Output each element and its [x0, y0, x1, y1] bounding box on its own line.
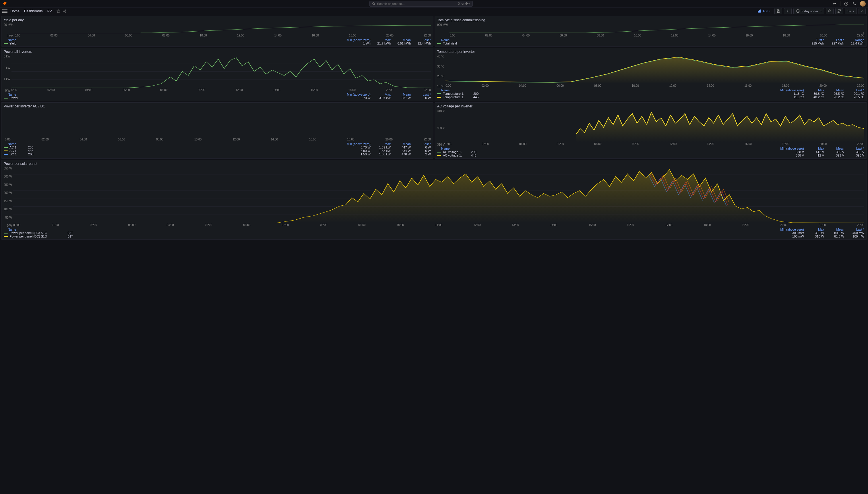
panels-grid: Yield per day 20 kWh0 Wh 0:0002:0004:000…: [0, 15, 868, 241]
zoom-out-button[interactable]: [826, 8, 833, 14]
help-icon[interactable]: [844, 1, 848, 6]
y-axis: 350 W300 W250 W200 W150 W100 W50 W0 W: [4, 167, 13, 227]
breadcrumb-current[interactable]: PV: [47, 9, 52, 13]
topbar: Search or jump to... ⌘ cmd+k +▾: [0, 0, 868, 7]
news-icon[interactable]: [852, 1, 856, 6]
svg-line-1: [374, 4, 375, 5]
panel-power-all-inverters: Power all inverters 3 kW2 kW1 kW0 W 0:00…: [1, 48, 433, 101]
search-placeholder: Search or jump to...: [377, 2, 405, 5]
panel-title[interactable]: AC voltage per inverter: [437, 104, 864, 108]
legend-row[interactable]: Power per panel (DC) S1D01T 100 mW310 W8…: [4, 235, 864, 238]
legend: Name Min (above zero) Max Mean Last * AC…: [4, 142, 431, 156]
legend: Name Min (above zero) Max Mean Last * Yi…: [4, 38, 431, 45]
legend-row[interactable]: Yield 1 Wh 21.7 kWh 6.51 kWh 12.4 kWh: [4, 42, 431, 45]
svg-point-17: [787, 11, 788, 12]
refresh-button[interactable]: [835, 8, 843, 14]
panel-title[interactable]: Power per inverter AC / DC: [4, 104, 431, 108]
svg-rect-14: [758, 11, 758, 12]
breadcrumb-dashboards[interactable]: Dashboards: [24, 9, 43, 13]
y-axis: 40 °C30 °C20 °C10 °C: [437, 55, 446, 88]
time-range-button[interactable]: Today so far ▾: [793, 8, 824, 14]
panel-title[interactable]: Power per solar panel: [4, 162, 864, 166]
x-axis: 0:0002:0004:0006:0008:0010:0012:0014:001…: [450, 33, 864, 38]
add-button[interactable]: Add ▾: [755, 8, 773, 14]
panel-power-per-inverter: Power per inverter AC / DC 0:0002:0004:0…: [1, 102, 433, 158]
y-axis: 410 V400 V390 V: [437, 110, 446, 146]
refresh-interval-button[interactable]: 5s ▾: [845, 8, 857, 14]
panel-yield-per-day: Yield per day 20 kWh0 Wh 0:0002:0004:000…: [1, 16, 433, 46]
search-icon: [372, 2, 375, 5]
plot-area[interactable]: [15, 23, 431, 33]
breadcrumb-home[interactable]: Home: [10, 9, 20, 13]
legend-row[interactable]: Temperature 1.445 11.9 °C 40.2 °C 26.2 °…: [437, 95, 864, 99]
panel-power-per-solar-panel: Power per solar panel 350 W300 W250 W200…: [1, 160, 867, 240]
svg-rect-15: [759, 10, 760, 12]
x-axis: 0:0002:0004:0006:0008:0010:0012:0014:001…: [12, 88, 431, 92]
panel-title[interactable]: Temperature per inverter: [437, 50, 864, 54]
legend: Name Min (above zero) Max Mean Last * Po…: [4, 228, 864, 238]
breadcrumb: Home › Dashboards › PV: [10, 9, 67, 14]
collapse-button[interactable]: [859, 8, 866, 14]
legend-row[interactable]: AC voltage 1.200 388 V412 V399 V395 V: [437, 150, 864, 154]
kbd-hint: ⌘ cmd+k: [458, 2, 470, 5]
legend-row[interactable]: AC voltage 1.445 388 V412 V399 V396 V: [437, 154, 864, 157]
legend-row[interactable]: DC 1200 1.50 W1.68 kW470 W2 W: [4, 152, 431, 156]
y-axis: 20 kWh0 Wh: [4, 23, 15, 38]
user-avatar[interactable]: [860, 1, 866, 6]
x-axis: 0:0002:0004:0006:0008:0010:0012:0014:001…: [5, 137, 431, 141]
panel-total-yield: Total yield since commissioning ⋮ 920 kW…: [435, 16, 867, 46]
legend: Name Min (above zero) Max Mean Last * Te…: [437, 89, 864, 99]
plot-area[interactable]: [450, 23, 864, 33]
svg-point-0: [372, 2, 374, 4]
plot-area[interactable]: [12, 55, 431, 88]
grafana-logo-icon[interactable]: [2, 1, 7, 6]
svg-point-11: [65, 12, 66, 13]
x-axis: 0:0002:0004:0006:0008:0010:0012:0014:001…: [15, 33, 431, 38]
star-icon[interactable]: [56, 9, 61, 14]
x-axis: 0:0002:0004:0006:0008:0010:0012:0014:001…: [446, 83, 864, 88]
legend: Name First * Last * Range Total yield 91…: [437, 38, 864, 45]
search-input[interactable]: Search or jump to... ⌘ cmd+k: [370, 1, 473, 6]
svg-rect-16: [760, 10, 761, 13]
svg-line-20: [830, 12, 831, 12]
settings-button[interactable]: [784, 8, 792, 14]
svg-line-12: [64, 10, 65, 11]
svg-line-13: [64, 11, 65, 12]
share-icon[interactable]: [62, 9, 67, 14]
legend-row[interactable]: Total yield 915 kWh 927 kWh 12.4 kWh: [437, 42, 864, 45]
legend-row[interactable]: Power 6.70 W 3.07 kW 881 W 0 W: [4, 96, 431, 100]
panel-title[interactable]: Power all inverters: [4, 50, 431, 54]
panel-icon: [757, 10, 762, 13]
svg-point-9: [63, 11, 64, 12]
panel-temperature-per-inverter: Temperature per inverter 40 °C30 °C20 °C…: [435, 48, 867, 101]
panel-ac-voltage-per-inverter: AC voltage per inverter 410 V400 V390 V …: [435, 102, 867, 158]
legend: Name Min (above zero) Max Mean Last * AC…: [437, 147, 864, 157]
legend-row[interactable]: Power per panel (DC) S1C93T 300 mW306 W8…: [4, 231, 864, 235]
legend-row[interactable]: AC 1200 6.70 W1.59 kW447 W0 W: [4, 146, 431, 149]
y-axis: 3 kW2 kW1 kW0 W: [4, 55, 12, 92]
panel-title[interactable]: Yield per day: [4, 18, 431, 22]
svg-point-10: [65, 10, 66, 11]
clock-icon: [796, 9, 800, 13]
panel-title[interactable]: Total yield since commissioning: [437, 18, 864, 22]
plot-area[interactable]: [446, 110, 864, 142]
save-button[interactable]: [774, 8, 782, 14]
svg-marker-8: [57, 10, 60, 13]
add-menu-icon[interactable]: +▾: [832, 1, 837, 6]
x-axis: 0:0002:0004:0006:0008:0010:0012:0014:001…: [446, 142, 864, 146]
legend-row[interactable]: AC 1445 6.90 W1.53 kW434 W0 W: [4, 149, 431, 152]
legend: Name Min (above zero) Max Mean Last * Po…: [4, 93, 431, 100]
y-axis: 920 kWh: [437, 23, 450, 38]
plot-area[interactable]: [13, 167, 864, 223]
x-axis: 00:0001:0002:0003:0004:0005:0006:0007:00…: [13, 223, 864, 227]
plot-area[interactable]: [5, 110, 431, 137]
navbar: Home › Dashboards › PV Add ▾ Today so fa…: [0, 7, 868, 15]
legend-row[interactable]: Temperature 1.200 11.8 °C 39.8 °C 26.5 °…: [437, 92, 864, 95]
plot-area[interactable]: [446, 55, 864, 83]
menu-icon[interactable]: [2, 9, 7, 13]
